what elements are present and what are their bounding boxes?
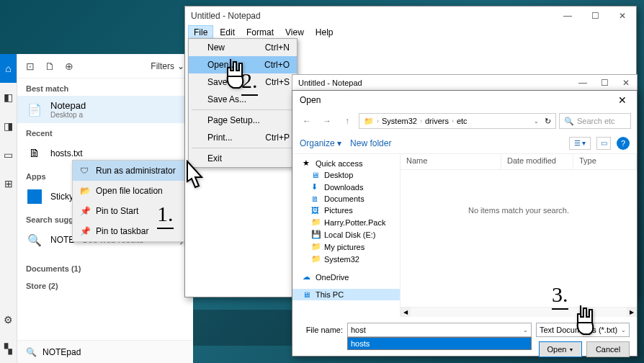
filters-dropdown[interactable]: Filters ⌄ bbox=[151, 61, 184, 71]
tree-this-pc[interactable]: 🖥This PC bbox=[292, 289, 400, 300]
file-print[interactable]: Print...Ctrl+P bbox=[189, 129, 297, 146]
tree-folder[interactable]: 📁My pictures bbox=[292, 241, 400, 253]
preview-button[interactable]: ▭ bbox=[596, 137, 611, 150]
menu-help[interactable]: Help bbox=[310, 26, 339, 39]
context-label: Open file location bbox=[96, 186, 163, 196]
minimize-button[interactable]: — bbox=[572, 75, 594, 91]
close-button[interactable]: ✕ bbox=[615, 75, 637, 91]
context-run-admin[interactable]: 🛡 Run as administrator bbox=[73, 161, 185, 181]
col-date[interactable]: Date modified bbox=[501, 154, 573, 169]
menu-format[interactable]: Format bbox=[241, 26, 279, 39]
open-dialog: Open ✕ ← → ↑ 📁 › System32 › drivers › et… bbox=[292, 90, 638, 357]
tree-local-disk[interactable]: 💾Local Disk (E:) bbox=[292, 228, 400, 241]
pictures-icon: 🖼 bbox=[311, 206, 321, 215]
tree-folder[interactable]: 📁System32 bbox=[292, 253, 400, 265]
web-icon[interactable]: ⊕ bbox=[65, 60, 73, 72]
tree-documents[interactable]: 🗎Documents bbox=[292, 193, 400, 205]
dialog-footer: File name: host ⌄ hosts Text Documents (… bbox=[292, 317, 637, 363]
refresh-icon[interactable]: ↻ bbox=[545, 117, 551, 126]
col-name[interactable]: Name bbox=[401, 154, 501, 169]
tree-pictures[interactable]: 🖼Pictures bbox=[292, 205, 400, 216]
notepad-icon: 📄 bbox=[26, 101, 43, 118]
file-new[interactable]: NewCtrl+N bbox=[189, 39, 297, 56]
chevron-down-icon[interactable]: ⌄ bbox=[621, 327, 626, 333]
shield-icon: 🛡 bbox=[80, 166, 90, 176]
file-menu-dropdown: NewCtrl+N Open...Ctrl+O SaveCtrl+S Save … bbox=[188, 38, 298, 168]
maximize-button[interactable]: ☐ bbox=[594, 75, 615, 91]
search-bar[interactable]: 🔍 NOTEpad bbox=[17, 340, 193, 363]
breadcrumb-item[interactable]: System32 bbox=[382, 117, 417, 125]
back-icon[interactable]: ⊡ bbox=[26, 60, 35, 72]
address-bar: ← → ↑ 📁 › System32 › drivers › etc ⌄ ↻ 🔍… bbox=[292, 109, 637, 133]
close-button[interactable]: ✕ bbox=[608, 91, 637, 109]
file-page-setup[interactable]: Page Setup... bbox=[189, 112, 297, 129]
organize-button[interactable]: Organize ▾ bbox=[300, 138, 341, 148]
scroll-track[interactable] bbox=[411, 308, 627, 317]
rail-item[interactable]: ⊞ bbox=[0, 169, 17, 198]
menu-view[interactable]: View bbox=[280, 26, 309, 39]
scroll-right-icon[interactable]: ▶ bbox=[627, 308, 637, 317]
rail-item[interactable]: ▭ bbox=[0, 140, 17, 169]
filetype-filter[interactable]: Text Documents (*.txt) ⌄ bbox=[536, 323, 630, 337]
horizontal-scrollbar[interactable]: ◀ ▶ bbox=[401, 307, 637, 317]
menu-file[interactable]: File bbox=[188, 25, 213, 40]
chevron-right-icon: › bbox=[377, 117, 379, 125]
file-exit[interactable]: Exit bbox=[189, 150, 297, 167]
section-documents[interactable]: Documents (1) bbox=[17, 259, 193, 276]
star-icon: ★ bbox=[303, 158, 313, 168]
maximize-button[interactable]: ☐ bbox=[581, 6, 609, 25]
folder-icon: 📁 bbox=[311, 242, 321, 251]
search-input[interactable]: NOTEpad bbox=[43, 347, 81, 357]
tree-onedrive[interactable]: ☁OneDrive bbox=[292, 271, 400, 283]
col-type[interactable]: Type bbox=[573, 154, 637, 169]
minimize-button[interactable]: — bbox=[554, 6, 581, 25]
menu-edit[interactable]: Edit bbox=[215, 26, 240, 39]
search-input[interactable]: 🔍 Search etc bbox=[559, 113, 631, 129]
nav-tree[interactable]: ★Quick access 🖥Desktop ⬇Downloads 🗎Docum… bbox=[292, 154, 401, 317]
empty-message: No items match your search. bbox=[401, 170, 637, 307]
chevron-right-icon: › bbox=[452, 117, 454, 125]
separator bbox=[192, 148, 294, 148]
start-toolbar: ⊡ 🗋 ⊕ Filters ⌄ bbox=[17, 54, 193, 79]
titlebar[interactable]: Untitled - Notepad — ☐ ✕ bbox=[185, 6, 636, 25]
nav-up-button[interactable]: ↑ bbox=[339, 112, 356, 130]
chevron-down-icon[interactable]: ⌄ bbox=[534, 118, 539, 125]
result-notepad[interactable]: 📄 Notepad Desktop a bbox=[17, 96, 193, 123]
rail-home-icon[interactable]: ⌂ bbox=[0, 54, 17, 83]
context-label: Pin to Start bbox=[96, 206, 138, 216]
help-button[interactable]: ? bbox=[617, 137, 630, 150]
scroll-left-icon[interactable]: ◀ bbox=[401, 308, 411, 317]
breadcrumb-item[interactable]: drivers bbox=[425, 117, 449, 125]
new-folder-button[interactable]: New folder bbox=[350, 138, 391, 148]
close-button[interactable]: ✕ bbox=[609, 6, 636, 25]
context-open-location[interactable]: 📂 Open file location bbox=[73, 181, 185, 201]
nav-forward-button[interactable]: → bbox=[318, 112, 336, 130]
titlebar[interactable]: Untitled - Notepad — ☐ ✕ bbox=[292, 75, 637, 91]
rail-settings-icon[interactable]: ⚙ bbox=[0, 305, 17, 334]
tree-quick-access[interactable]: ★Quick access bbox=[292, 157, 400, 169]
doc-icon[interactable]: 🗋 bbox=[45, 60, 55, 72]
breadcrumb-item[interactable]: etc bbox=[457, 117, 468, 125]
tree-desktop[interactable]: 🖥Desktop bbox=[292, 169, 400, 181]
rail-item[interactable]: ◧ bbox=[0, 83, 17, 112]
chevron-right-icon: › bbox=[420, 117, 422, 125]
result-label: NOTE bbox=[50, 235, 74, 245]
nav-back-button[interactable]: ← bbox=[298, 112, 316, 130]
rail-item[interactable]: ◨ bbox=[0, 112, 17, 140]
search-icon: 🔍 bbox=[26, 231, 43, 248]
pin-icon: 📌 bbox=[80, 226, 90, 236]
step-number-3: 3. bbox=[552, 282, 568, 310]
tree-downloads[interactable]: ⬇Downloads bbox=[292, 181, 400, 193]
cancel-button[interactable]: Cancel bbox=[586, 341, 630, 357]
filename-input[interactable]: host ⌄ hosts bbox=[347, 323, 532, 337]
open-button[interactable]: Open ▼ bbox=[539, 341, 582, 357]
context-label: Pin to taskbar bbox=[96, 226, 148, 236]
chevron-down-icon[interactable]: ⌄ bbox=[523, 327, 528, 333]
section-store[interactable]: Store (2) bbox=[17, 276, 193, 293]
tree-folder[interactable]: 📁Harry.Potter.Pack bbox=[292, 216, 400, 228]
autocomplete-item[interactable]: hosts bbox=[348, 338, 531, 349]
dialog-titlebar[interactable]: Open ✕ bbox=[292, 91, 637, 109]
rail-item[interactable]: ▚ bbox=[0, 334, 17, 363]
breadcrumb[interactable]: 📁 › System32 › drivers › etc ⌄ ↻ bbox=[359, 113, 556, 129]
view-button[interactable]: ☰ ▾ bbox=[569, 137, 591, 150]
